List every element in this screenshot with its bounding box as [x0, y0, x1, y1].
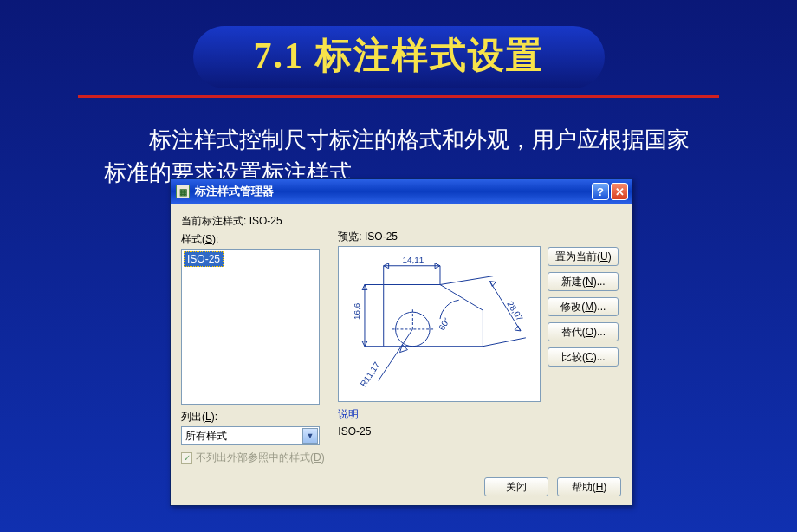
set-current-button[interactable]: 置为当前(U) [548, 247, 619, 266]
dim-radius: R11,17 [359, 360, 382, 389]
help-button[interactable]: 帮助(H) [557, 477, 621, 496]
preview-label: 预览: ISO-25 [338, 230, 541, 244]
title-underline [78, 95, 719, 98]
preview-value: ISO-25 [365, 230, 398, 243]
help-titlebar-button[interactable]: ? [592, 183, 609, 200]
listout-value: 所有样式 [185, 429, 227, 444]
current-style-value: ISO-25 [249, 215, 282, 227]
dim-angle: 60° [437, 315, 451, 331]
close-titlebar-button[interactable]: ✕ [611, 183, 628, 200]
xref-checkbox-label: 不列出外部参照中的样式(D) [196, 451, 325, 465]
xref-checkbox-row[interactable]: ✓ 不列出外部参照中的样式(D) [181, 451, 331, 465]
override-button[interactable]: 替代(O)... [548, 322, 619, 341]
svg-line-10 [440, 276, 493, 285]
dialog-title: 标注样式管理器 [195, 184, 590, 199]
listout-label: 列出(L): [181, 410, 331, 425]
preview-image: 14,11 16,6 [338, 246, 541, 402]
app-icon: ▦ [176, 185, 190, 198]
listout-select[interactable]: 所有样式 ▼ [181, 426, 320, 445]
svg-line-11 [483, 338, 526, 347]
style-item-iso25[interactable]: ISO-25 [184, 251, 224, 267]
desc-text: ISO-25 [338, 425, 541, 438]
new-button[interactable]: 新建(N)... [548, 272, 619, 291]
dialog-titlebar[interactable]: ▦ 标注样式管理器 ? ✕ [171, 179, 632, 204]
chevron-down-icon[interactable]: ▼ [302, 428, 318, 444]
current-style-label: 当前标注样式: ISO-25 [181, 214, 331, 229]
slide-title: 7.1 标注样式设置 [254, 31, 544, 80]
slide-body-text: 标注样式控制尺寸标注的格式和外观，用户应根据国家标准的要求设置标注样式。 [0, 98, 797, 189]
dim-top: 14,11 [403, 255, 424, 264]
close-button[interactable]: 关闭 [484, 477, 548, 496]
styles-listbox[interactable]: ISO-25 [181, 249, 320, 405]
dim-left: 16,6 [352, 302, 361, 320]
desc-label: 说明 [338, 407, 541, 422]
checkbox-icon[interactable]: ✓ [181, 452, 192, 464]
modify-button[interactable]: 修改(M)... [548, 297, 619, 316]
styles-label: 样式(S): [181, 232, 331, 247]
compare-button[interactable]: 比较(C)... [548, 347, 619, 367]
dimension-style-manager-dialog: ▦ 标注样式管理器 ? ✕ 当前标注样式: ISO-25 样式(S): ISO-… [170, 178, 632, 506]
